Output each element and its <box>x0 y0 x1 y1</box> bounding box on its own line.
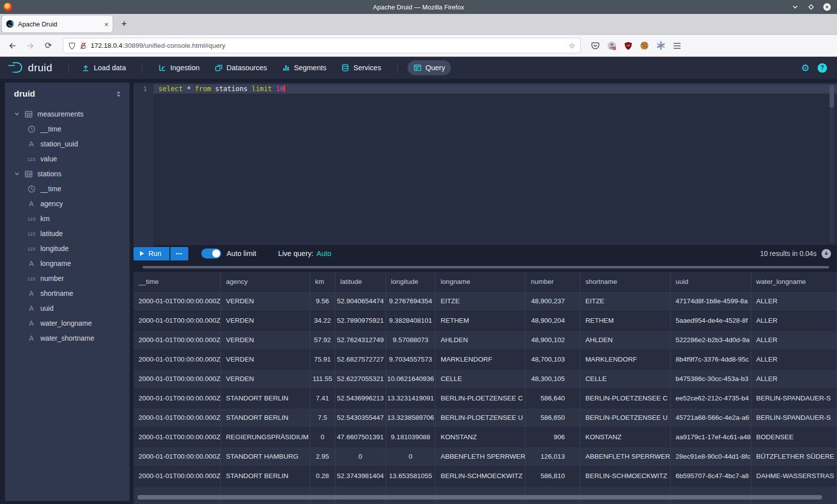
table-cell[interactable]: BÜTZFLETHER SÜDERE <box>751 447 837 466</box>
table-cell[interactable]: 52.3743981404 <box>335 466 386 486</box>
table-cell[interactable]: 52.6227055321 <box>335 369 386 388</box>
sidebar-field-number[interactable]: 123number <box>5 271 130 286</box>
table-cell[interactable]: 7.5 <box>310 408 335 427</box>
table-cell[interactable]: CELLE <box>435 369 526 388</box>
table-cell[interactable]: 9.2767694354 <box>386 291 435 311</box>
table-cell[interactable]: 111.55 <box>310 369 335 388</box>
nav-services[interactable]: Services <box>335 60 387 75</box>
table-cell[interactable]: MARKLENDORF <box>435 350 526 369</box>
forward-button[interactable] <box>23 38 38 53</box>
table-cell[interactable]: 75.91 <box>310 350 335 369</box>
window-close-button[interactable] <box>823 3 831 11</box>
table-cell[interactable]: 52.7624312749 <box>335 330 386 350</box>
editor-hscrollbar-thumb[interactable] <box>142 266 829 268</box>
tab-close-icon[interactable]: × <box>104 20 109 28</box>
sidebar-field-longname[interactable]: Alongname <box>5 256 130 271</box>
table-cell[interactable]: 47174d8f-1b8e-4599-8a <box>670 291 751 311</box>
column-header-latitude[interactable]: latitude <box>335 272 386 291</box>
table-cell[interactable]: 9.181039088 <box>386 427 435 447</box>
table-cell[interactable]: 2000-01-01T00:00:00.000Z <box>134 330 221 350</box>
column-header-km[interactable]: km <box>310 272 335 291</box>
table-cell[interactable]: 2000-01-01T00:00:00.000Z <box>134 466 221 486</box>
table-cell[interactable]: 48,900,102 <box>526 330 580 350</box>
extension-asterisk-icon[interactable] <box>656 41 666 50</box>
table-cell[interactable]: VERDEN <box>221 291 310 311</box>
table-cell[interactable]: 586,810 <box>526 466 580 486</box>
table-cell[interactable]: ALLER <box>751 350 837 369</box>
sidebar-field-water_shortname[interactable]: Awater_shortname <box>5 331 130 346</box>
table-cell[interactable]: 48,900,204 <box>526 311 580 330</box>
column-header-longitude[interactable]: longitude <box>386 272 435 291</box>
sidebar-field-longitude[interactable]: 123longitude <box>5 241 130 256</box>
table-cell[interactable]: 2000-01-01T00:00:00.000Z <box>134 447 221 466</box>
query-text[interactable]: select * from stations limit 10 <box>153 84 285 94</box>
table-cell[interactable]: 0 <box>386 447 435 466</box>
table-cell[interactable]: 2.95 <box>310 447 335 466</box>
table-cell[interactable]: 52.5430355447 <box>335 408 386 427</box>
table-cell[interactable]: ALLER <box>751 369 837 388</box>
nav-query[interactable]: Query <box>408 60 451 75</box>
run-button[interactable]: Run <box>134 247 169 260</box>
column-header-longname[interactable]: longname <box>435 272 526 291</box>
nav-ingestion[interactable]: Ingestion <box>152 60 206 75</box>
table-cell[interactable]: 28ec91e8-90c0-44d1-8fc <box>670 447 751 466</box>
table-cell[interactable]: EITZE <box>435 291 526 311</box>
table-cell[interactable]: CELLE <box>580 369 670 388</box>
table-cell[interactable]: STANDORT HAMBURG <box>221 447 310 466</box>
sidebar-field-station_uuid[interactable]: Astation_uuid <box>5 136 130 151</box>
table-cell[interactable]: KONSTANZ <box>580 427 670 447</box>
table-cell[interactable]: 0.28 <box>310 466 335 486</box>
run-more-button[interactable]: ••• <box>170 247 188 260</box>
table-cell[interactable]: RETHEM <box>435 311 526 330</box>
sidebar-datasource-measurements[interactable]: measurements <box>5 107 130 122</box>
table-cell[interactable]: 8b4f9f7c-3376-4dd8-95c <box>670 350 751 369</box>
table-cell[interactable]: STANDORT BERLIN <box>221 466 310 486</box>
sidebar-field-value[interactable]: 123value <box>5 151 130 166</box>
sidebar-field-shortname[interactable]: Ashortname <box>5 286 130 301</box>
table-cell[interactable]: 7.41 <box>310 388 335 408</box>
insecure-lock-icon[interactable] <box>80 42 87 50</box>
table-cell[interactable]: DAHME-WASSERSTRAS <box>751 466 837 486</box>
table-cell[interactable]: 2000-01-01T00:00:00.000Z <box>134 369 221 388</box>
table-cell[interactable]: 2000-01-01T00:00:00.000Z <box>134 408 221 427</box>
table-cell[interactable]: VERDEN <box>221 330 310 350</box>
window-minimize-button[interactable] <box>791 3 799 11</box>
table-cell[interactable]: 5aaed954-de4e-4528-8f <box>670 311 751 330</box>
table-cell[interactable]: REGIERUNGSPRÄSIDIUM <box>221 427 310 447</box>
editor-scrollbar-thumb[interactable] <box>830 85 834 108</box>
sidebar-field-water_longname[interactable]: Awater_longname <box>5 316 130 331</box>
table-cell[interactable]: ee52ce62-212c-4735-b4 <box>670 388 751 408</box>
table-cell[interactable]: VERDEN <box>221 369 310 388</box>
table-cell[interactable]: MARKLENDORF <box>580 350 670 369</box>
table-cell[interactable]: STANDORT BERLIN <box>221 388 310 408</box>
shield-permissions-icon[interactable] <box>68 42 76 50</box>
table-cell[interactable]: KONSTANZ <box>435 427 526 447</box>
table-cell[interactable]: BERLIN-PLOETZENSEE C <box>435 388 526 408</box>
table-cell[interactable]: 9.56 <box>310 291 335 311</box>
table-cell[interactable]: ALLER <box>751 291 837 311</box>
column-header-__time[interactable]: __time <box>134 272 221 291</box>
live-query-value[interactable]: Auto <box>316 250 331 257</box>
table-cell[interactable]: 0 <box>310 427 335 447</box>
table-cell[interactable]: b475386c-30cc-453a-b3 <box>670 369 751 388</box>
table-cell[interactable]: BERLIN-PLOETZENSEE C <box>580 388 670 408</box>
table-cell[interactable]: 2000-01-01T00:00:00.000Z <box>134 350 221 369</box>
table-cell[interactable]: BERLIN-SPANDAUER-S <box>751 408 837 427</box>
bookmark-star-icon[interactable]: ☆ <box>569 41 575 50</box>
chevron-down-icon[interactable] <box>13 171 20 177</box>
table-cell[interactable]: 586,640 <box>526 388 580 408</box>
sidebar-field-__time[interactable]: __time <box>5 122 130 136</box>
sidebar-datasource-stations[interactable]: stations <box>5 166 130 181</box>
query-editor[interactable]: 1 select * from stations limit 10 <box>134 83 837 245</box>
table-cell[interactable]: AHLDEN <box>435 330 526 350</box>
sidebar-field-km[interactable]: 123km <box>5 211 130 226</box>
table-cell[interactable]: RETHEM <box>580 311 670 330</box>
help-icon[interactable]: ? <box>818 63 827 73</box>
table-cell[interactable]: 522286e2-b2b3-4d0d-9a <box>670 330 751 350</box>
table-cell[interactable]: 9.3828408101 <box>386 311 435 330</box>
table-cell[interactable]: 13.3238589706 <box>386 408 435 427</box>
column-header-number[interactable]: number <box>526 272 580 291</box>
table-cell[interactable]: 48,300,105 <box>526 369 580 388</box>
sidebar-field-uuid[interactable]: Auuid <box>5 301 130 316</box>
back-button[interactable] <box>5 38 20 53</box>
